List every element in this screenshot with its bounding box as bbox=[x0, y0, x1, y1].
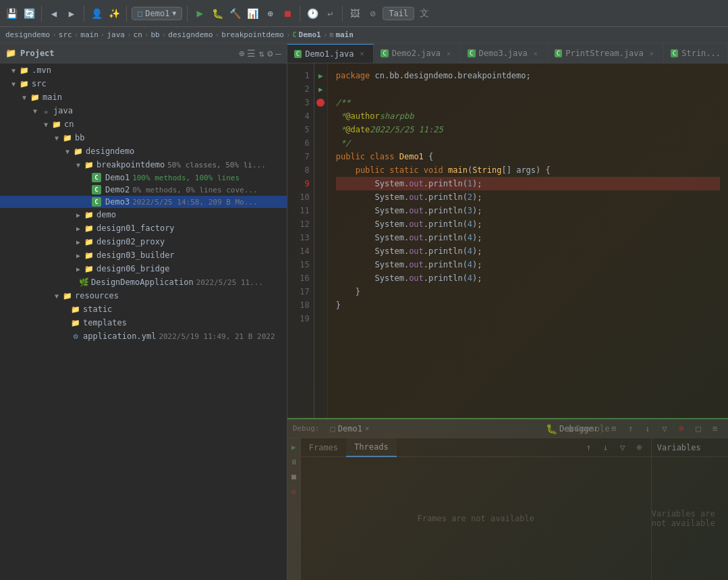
save-icon[interactable]: 💾 bbox=[4, 6, 19, 21]
debug-button[interactable]: 🐛 bbox=[210, 6, 225, 21]
code-editor[interactable]: package cn.bb.designdemo.breakpointdemo;… bbox=[328, 63, 728, 418]
code-line-16: System.out.println(4); bbox=[336, 271, 720, 285]
tree-item-factory[interactable]: ▶ 📁 design01_factory bbox=[0, 221, 287, 235]
sidebar-header: 📁 Project ⊕ ☰ ⇅ ⚙ — bbox=[0, 43, 287, 63]
translate-button[interactable]: 文 bbox=[417, 6, 432, 21]
debug-ctrl-menu[interactable]: ≡ bbox=[607, 421, 621, 436]
tail-button[interactable]: Tail bbox=[383, 7, 414, 20]
debug-ctrl-console[interactable]: ▦ Console bbox=[582, 421, 596, 436]
bc-bb[interactable]: bb bbox=[150, 30, 159, 39]
java-class-icon: C bbox=[92, 173, 101, 182]
debug-session-close[interactable]: × bbox=[365, 424, 370, 433]
collapse-icon[interactable]: ☰ bbox=[247, 48, 256, 59]
debug-ctrl-stop[interactable]: ⊗ bbox=[674, 421, 689, 436]
tab-demo2[interactable]: C Demo2.java × bbox=[374, 44, 461, 63]
debugger-icon: 🐛 bbox=[546, 423, 557, 434]
coverage-button[interactable]: ⊕ bbox=[262, 6, 277, 21]
tree-item-app[interactable]: 🌿 DesignDemoApplication 2022/5/25 11... bbox=[0, 275, 287, 289]
build-button[interactable]: 🔨 bbox=[227, 6, 242, 21]
tree-meta-date: 2022/5/25 14:58, 209 B Mo... bbox=[132, 198, 257, 207]
tab-demo3[interactable]: C Demo3.java × bbox=[461, 44, 548, 63]
system: System bbox=[375, 204, 404, 217]
minimize-icon[interactable]: — bbox=[275, 48, 281, 59]
side-btn-resume[interactable]: ▶ bbox=[287, 441, 300, 453]
tree-item-bb[interactable]: ▼ 📁 bb bbox=[0, 131, 287, 144]
back-icon[interactable]: ◀ bbox=[47, 6, 61, 21]
tree-item-resources[interactable]: ▼ 📁 resources bbox=[0, 289, 287, 302]
side-btn-stop[interactable]: ⏹ bbox=[287, 471, 300, 483]
tree-item-mvn[interactable]: ▼ 📁 .mvn bbox=[0, 63, 287, 77]
plain bbox=[336, 177, 375, 190]
debug-ctrl-down[interactable]: ↓ bbox=[640, 421, 655, 436]
screenshot-button[interactable]: 🖼 bbox=[347, 6, 362, 21]
ln-14: 14 bbox=[287, 244, 310, 258]
tab-close-demo3[interactable]: × bbox=[531, 49, 540, 58]
project-dropdown[interactable]: □ Demo1 ▼ bbox=[132, 7, 182, 20]
folder-icon: 📁 bbox=[62, 290, 73, 301]
subtab-ctrl-copy[interactable]: ⊕ bbox=[632, 440, 647, 455]
subtab-ctrl-down[interactable]: ↓ bbox=[598, 440, 613, 455]
tab-demo1[interactable]: C Demo1.java × bbox=[287, 44, 374, 63]
gutter-9[interactable] bbox=[314, 96, 327, 109]
tab-string[interactable]: C Strin... bbox=[664, 44, 728, 63]
settings-icon[interactable]: ⚙ bbox=[267, 48, 273, 59]
magic-icon[interactable]: ✨ bbox=[107, 6, 121, 21]
debug-subtab-frames[interactable]: Frames bbox=[301, 438, 346, 457]
profile-button[interactable]: 📊 bbox=[245, 6, 260, 21]
bc-src[interactable]: src bbox=[59, 30, 72, 39]
debug-ctrl-mute[interactable]: □ bbox=[691, 421, 706, 436]
debug-ctrl-up[interactable]: ↑ bbox=[623, 421, 638, 436]
subtab-ctrl-filter[interactable]: ▽ bbox=[615, 440, 630, 455]
tab-close-printstream[interactable]: × bbox=[647, 49, 656, 58]
tree-item-templates[interactable]: 📁 templates bbox=[0, 316, 287, 329]
debug-subtab-threads[interactable]: Threads bbox=[346, 438, 397, 457]
locate-icon[interactable]: ⊕ bbox=[239, 48, 244, 59]
stop-button[interactable]: ⏹ bbox=[280, 6, 295, 21]
tree-item-main[interactable]: ▼ 📁 main bbox=[0, 90, 287, 104]
sync-icon[interactable]: 🔄 bbox=[22, 6, 36, 21]
vcs-icon[interactable]: 👤 bbox=[89, 6, 104, 21]
history-button[interactable]: 🕐 bbox=[305, 6, 320, 21]
tab-close-demo2[interactable]: × bbox=[444, 49, 453, 58]
tree-item-src[interactable]: ▼ 📁 src bbox=[0, 77, 287, 90]
bc-cn[interactable]: cn bbox=[134, 30, 142, 39]
tree-item-demo1[interactable]: C Demo1 100% methods, 100% lines bbox=[0, 172, 287, 184]
undo-button[interactable]: ↩ bbox=[323, 6, 337, 21]
bc-breakpointdemo[interactable]: breakpointdemo bbox=[221, 30, 284, 39]
debug-ctrl-settings2[interactable]: ≡ bbox=[708, 421, 723, 436]
tree-item-demo[interactable]: ▶ 📁 demo bbox=[0, 208, 287, 221]
project-icon: □ bbox=[138, 9, 142, 18]
sort-icon[interactable]: ⇅ bbox=[258, 48, 264, 59]
tree-item-demo2[interactable]: C Demo2 0% methods, 0% lines cove... bbox=[0, 184, 287, 196]
tree-item-cn[interactable]: ▼ 📁 cn bbox=[0, 117, 287, 131]
tree-item-static[interactable]: 📁 static bbox=[0, 302, 287, 316]
side-btn-breakpoints[interactable]: ⊙ bbox=[287, 485, 300, 498]
side-btn-pause[interactable]: ⏸ bbox=[287, 456, 300, 468]
tree-item-bridge[interactable]: ▶ 📁 design06_bridge bbox=[0, 262, 287, 275]
bc-java[interactable]: java bbox=[107, 30, 125, 39]
run-button[interactable]: ▶ bbox=[192, 6, 207, 21]
method: main bbox=[448, 163, 468, 177]
forward-icon[interactable]: ▶ bbox=[64, 6, 79, 21]
tree-item-proxy[interactable]: ▶ 📁 design02_proxy bbox=[0, 235, 287, 248]
tree-item-java[interactable]: ▼ ☕ java bbox=[0, 104, 287, 117]
tree-item-breakpointdemo[interactable]: ▼ 📁 breakpointdemo 50% classes, 50% li..… bbox=[0, 158, 287, 172]
debug-session-icon: □ bbox=[331, 424, 335, 433]
debug-ctrl-restore[interactable]: ▽ bbox=[657, 421, 672, 436]
tree-item-yml[interactable]: ⚙ application.yml 2022/5/19 11:49, 21 B … bbox=[0, 329, 287, 343]
bc-main-method[interactable]: main bbox=[335, 30, 354, 39]
no-button[interactable]: ⊘ bbox=[365, 6, 380, 21]
subtab-ctrl-up[interactable]: ↑ bbox=[582, 440, 596, 455]
debug-session-tab[interactable]: □ Demo1 × bbox=[327, 424, 374, 433]
bc-main[interactable]: main bbox=[80, 30, 99, 39]
restore-icon: ▽ bbox=[662, 423, 667, 433]
tree-item-demo3[interactable]: C Demo3 2022/5/25 14:58, 209 B Mo... bbox=[0, 196, 287, 208]
breakpoint-marker-9[interactable] bbox=[316, 99, 325, 107]
tab-close-demo1[interactable]: × bbox=[357, 49, 366, 59]
bc-designdemo2[interactable]: designdemo bbox=[168, 30, 213, 39]
tab-printstream[interactable]: C PrintStream.java × bbox=[548, 44, 664, 63]
bc-designdemo[interactable]: designdemo bbox=[5, 30, 50, 39]
tree-item-designdemo[interactable]: ▼ 📁 designdemo bbox=[0, 144, 287, 158]
tree-item-builder[interactable]: ▶ 📁 design03_builder bbox=[0, 248, 287, 262]
bc-demo1[interactable]: Demo1 bbox=[299, 30, 321, 39]
